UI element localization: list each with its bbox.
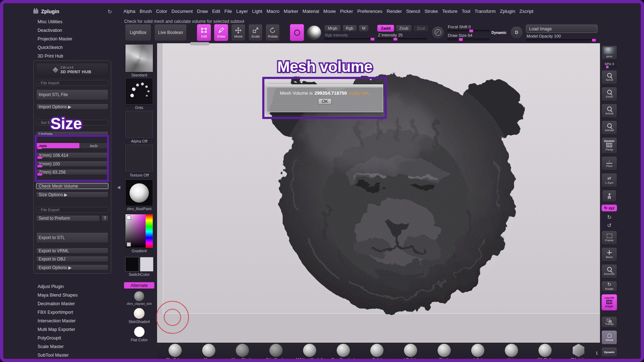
- zplugin-item[interactable]: Adjust Plugin: [33, 282, 111, 291]
- xyz-button[interactable]: ↻xyz: [601, 204, 617, 212]
- focal-curve-button[interactable]: [431, 26, 444, 39]
- sidebar-item-3d-print-hub[interactable]: 3D Print Hub: [33, 52, 111, 60]
- brush-slot[interactable]: Hair: [494, 343, 528, 362]
- slider-handle[interactable]: [370, 38, 375, 41]
- floor-button[interactable]: ↓Floor: [601, 156, 617, 170]
- brush-slot[interactable]: Move: [192, 343, 225, 362]
- brush-slot[interactable]: hPolish: [394, 343, 427, 362]
- current-alpha-thumb[interactable]: [125, 111, 153, 138]
- slider-handle[interactable]: [459, 38, 463, 41]
- model-opacity-slider[interactable]: [526, 39, 596, 41]
- help-button[interactable]: ?: [101, 215, 108, 222]
- transp-button[interactable]: Transp: [601, 316, 617, 328]
- menu-item[interactable]: Transform: [472, 7, 498, 15]
- zadd-button[interactable]: Zadd: [377, 25, 394, 32]
- material-sphere-button[interactable]: [307, 25, 321, 40]
- zoom3d-button[interactable]: Zoom3D: [601, 264, 617, 278]
- rgb-button[interactable]: Rgb: [342, 25, 357, 32]
- edit-button[interactable]: Edit: [197, 24, 211, 41]
- move-mode-button[interactable]: Move: [231, 24, 245, 41]
- zplugin-item[interactable]: FBX ExportImport: [33, 308, 111, 317]
- stroke-type-button[interactable]: [290, 24, 304, 41]
- brush-slot[interactable]: Pinch: [427, 343, 461, 362]
- persp-button[interactable]: DynamicPersp: [601, 137, 617, 154]
- menu-item[interactable]: Picker: [338, 7, 355, 15]
- menu-item[interactable]: Preferences: [355, 7, 385, 15]
- skinshade-material-thumb[interactable]: [134, 308, 145, 319]
- current-texture-thumb[interactable]: [125, 145, 153, 172]
- rotate-cw-button[interactable]: ↻: [607, 213, 612, 220]
- clayset-material-thumb[interactable]: [134, 291, 144, 301]
- scale-mode-button[interactable]: Scale: [248, 24, 263, 41]
- zoom-button[interactable]: Zoom: [601, 87, 617, 101]
- mrgb-button[interactable]: Mrgb: [324, 25, 341, 32]
- reload-icon[interactable]: ↻: [107, 9, 112, 14]
- menu-item[interactable]: Light: [250, 7, 264, 15]
- z-intensity-slider[interactable]: [377, 38, 427, 40]
- live-boolean-button[interactable]: Live Boolean: [154, 24, 187, 41]
- current-brush-thumb[interactable]: [125, 44, 153, 72]
- zsub-button[interactable]: Zsub: [396, 25, 412, 32]
- x-size-slider[interactable]: X(mm) 106.414: [36, 152, 108, 158]
- menu-item[interactable]: Zscript: [517, 7, 536, 15]
- draw-size-slider[interactable]: [447, 39, 489, 41]
- zplugin-item[interactable]: Multi Map Exporter: [33, 325, 111, 334]
- aahalf-button[interactable]: AAHalf: [601, 120, 617, 135]
- brush-slot[interactable]: ZModeler: [562, 343, 595, 362]
- move-nav-button[interactable]: Move: [601, 247, 617, 262]
- brush-slot[interactable]: Move Elastic: [225, 343, 259, 362]
- canvas-scroll-notch[interactable]: [190, 42, 209, 45]
- menu-item[interactable]: Render: [385, 7, 404, 15]
- scroll-button[interactable]: Scroll: [601, 70, 617, 84]
- menu-item[interactable]: Zplugin: [498, 7, 517, 15]
- alternate-button[interactable]: Alternate: [124, 282, 155, 289]
- brush-slot[interactable]: SK Cloth: [528, 343, 562, 362]
- transpose-button[interactable]: [602, 190, 616, 202]
- menu-item[interactable]: Material: [301, 7, 321, 15]
- zplugin-item[interactable]: Projection Master: [33, 35, 111, 43]
- export-vrml-button[interactable]: Export to VRML: [36, 248, 108, 254]
- zplugin-item[interactable]: PolyGroupIt: [33, 334, 111, 342]
- zplugin-item[interactable]: Deactivation: [33, 26, 111, 35]
- export-options-button[interactable]: Export Options ▶: [36, 264, 108, 271]
- flat-color-thumb[interactable]: [134, 327, 145, 337]
- load-image-button[interactable]: Load Image: [526, 25, 597, 33]
- actual-button[interactable]: Actual: [601, 104, 617, 118]
- menu-item[interactable]: Edit: [210, 7, 222, 15]
- menu-item[interactable]: Tool: [460, 7, 473, 15]
- zcut-button[interactable]: Zcut: [413, 25, 428, 32]
- dynamic-subdiv-button[interactable]: Dynamic: [601, 347, 617, 357]
- y-size-slider[interactable]: Y(mm) 100: [36, 161, 108, 167]
- menu-item[interactable]: File: [222, 7, 234, 15]
- export-stl-button[interactable]: Export to STL: [36, 232, 108, 243]
- current-material-thumb[interactable]: [125, 179, 153, 206]
- ok-button[interactable]: OK: [318, 98, 332, 105]
- zplugin-item[interactable]: Misc Utilities: [33, 18, 111, 26]
- secondary-color-swatch[interactable]: [140, 257, 153, 272]
- send-to-preform-button[interactable]: Send to Preform: [36, 215, 100, 222]
- local-symmetry-button[interactable]: ⇄L.Sym: [601, 173, 617, 187]
- menu-item[interactable]: Alpha: [121, 7, 137, 15]
- menu-item[interactable]: Stencil: [404, 7, 422, 15]
- zplugin-item[interactable]: Text 3D & Vector Shapes: [33, 359, 111, 362]
- import-options-button[interactable]: Import Options ▶: [36, 104, 108, 110]
- ghost-button[interactable]: Ghost: [601, 330, 617, 344]
- menu-item[interactable]: Macro: [264, 7, 282, 15]
- unit-mm-button[interactable]: mm: [36, 143, 79, 148]
- frame-button[interactable]: Frame: [601, 230, 617, 245]
- menu-item[interactable]: Stroke: [422, 7, 440, 15]
- check-mesh-volume-button[interactable]: Check Mesh Volume: [36, 183, 108, 189]
- polyframe-button[interactable]: Line FillPolyF: [601, 294, 617, 311]
- menu-item[interactable]: Color: [154, 7, 169, 15]
- zplugin-item[interactable]: Scale Master: [33, 342, 111, 351]
- rotate-ccw-button[interactable]: ↺: [607, 222, 612, 229]
- color-picker[interactable]: [125, 214, 153, 248]
- bpr-button[interactable]: BPR: [601, 45, 617, 60]
- unit-inch-button[interactable]: inch: [79, 143, 108, 148]
- current-stroke-thumb[interactable]: [125, 78, 153, 105]
- lightbox-button[interactable]: LightBox: [125, 24, 151, 41]
- slider-handle[interactable]: [393, 38, 397, 41]
- menu-item[interactable]: Document: [169, 7, 195, 15]
- spix-slider[interactable]: SPix 3: [601, 62, 618, 68]
- draw-button[interactable]: Draw: [214, 24, 228, 41]
